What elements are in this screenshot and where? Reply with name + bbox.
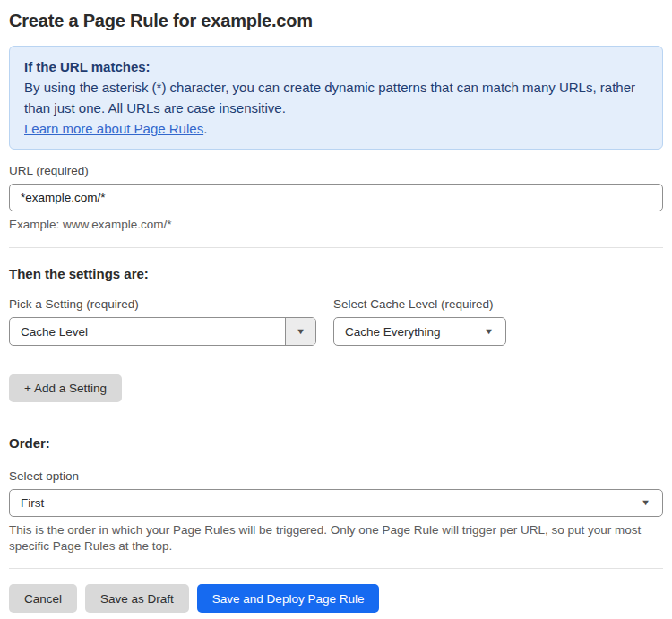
divider	[9, 247, 663, 248]
divider	[9, 568, 663, 569]
dropdown-arrow-wrap: ▼	[485, 328, 505, 336]
chevron-down-icon: ▼	[484, 328, 494, 336]
order-select-value: First	[10, 496, 642, 510]
url-input[interactable]	[9, 184, 663, 211]
save-and-deploy-button[interactable]: Save and Deploy Page Rule	[197, 584, 380, 613]
setting-picker-label: Pick a Setting (required)	[9, 297, 316, 312]
chevron-down-icon: ▼	[296, 328, 306, 336]
action-button-row: Cancel Save as Draft Save and Deploy Pag…	[9, 584, 663, 613]
dropdown-arrow-wrap: ▼	[642, 499, 662, 507]
order-select[interactable]: First ▼	[9, 489, 663, 517]
settings-row: Pick a Setting (required) Cache Level ▼ …	[9, 297, 663, 346]
cache-level-label: Select Cache Level (required)	[333, 297, 506, 312]
dropdown-arrow-button[interactable]: ▼	[285, 318, 315, 345]
link-suffix: .	[203, 121, 207, 136]
info-box-link-row: Learn more about Page Rules.	[24, 118, 648, 139]
divider	[9, 417, 663, 417]
add-setting-button[interactable]: + Add a Setting	[9, 374, 122, 402]
settings-heading: Then the settings are:	[9, 266, 663, 282]
chevron-down-icon: ▼	[641, 499, 650, 507]
cache-level-value: Cache Everything	[334, 325, 485, 339]
save-as-draft-button[interactable]: Save as Draft	[85, 584, 189, 613]
setting-picker-value: Cache Level	[10, 325, 285, 339]
setting-picker-column: Pick a Setting (required) Cache Level ▼	[9, 297, 316, 346]
info-box-body: By using the asterisk (*) character, you…	[24, 77, 648, 118]
setting-picker-dropdown[interactable]: Cache Level ▼	[9, 317, 316, 346]
order-select-label: Select option	[9, 469, 663, 484]
order-select-wrap: First ▼	[9, 489, 663, 517]
page-title: Create a Page Rule for example.com	[9, 10, 663, 31]
order-helper-text: This is the order in which your Page Rul…	[9, 522, 663, 555]
order-heading: Order:	[9, 435, 663, 451]
cache-level-dropdown[interactable]: Cache Everything ▼	[333, 317, 506, 346]
cancel-button[interactable]: Cancel	[9, 584, 77, 613]
learn-more-page-rules-link[interactable]: Learn more about Page Rules	[24, 121, 203, 136]
info-box-heading: If the URL matches:	[24, 56, 648, 77]
url-match-info-box: If the URL matches: By using the asteris…	[9, 46, 663, 150]
url-label: URL (required)	[9, 164, 663, 178]
cache-level-column: Select Cache Level (required) Cache Ever…	[333, 297, 506, 346]
url-helper-text: Example: www.example.com/*	[9, 217, 663, 233]
